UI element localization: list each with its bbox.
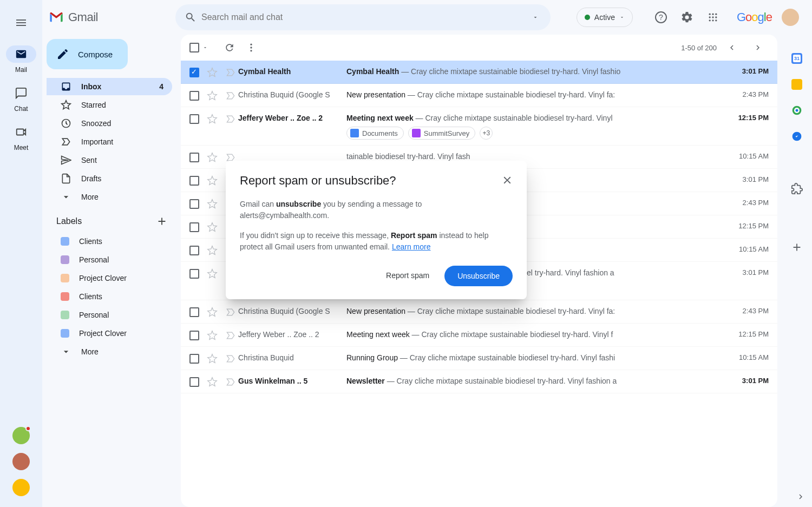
email-row[interactable]: Jeffery Weber .. Zoe .. 2 Meeting next w…	[181, 107, 777, 146]
star-button[interactable]	[207, 307, 218, 318]
search-options-icon[interactable]	[532, 14, 539, 21]
search-input[interactable]	[201, 12, 525, 22]
important-marker[interactable]	[225, 353, 236, 364]
learn-more-link[interactable]: Learn more	[392, 242, 431, 251]
star-button[interactable]	[207, 222, 218, 233]
add-label-button[interactable]	[156, 215, 168, 227]
row-checkbox[interactable]	[189, 68, 199, 77]
important-marker[interactable]	[225, 330, 236, 341]
more-chips[interactable]: +3	[480, 127, 493, 140]
get-addons-button[interactable]	[791, 183, 803, 195]
row-checkbox[interactable]	[189, 91, 199, 101]
row-checkbox[interactable]	[189, 222, 199, 232]
report-spam-button[interactable]: Report spam	[377, 266, 438, 285]
row-checkbox[interactable]	[189, 176, 199, 186]
label-item[interactable]: Personal	[47, 251, 181, 268]
star-button[interactable]	[207, 330, 218, 341]
important-marker[interactable]	[225, 114, 236, 124]
nav-inbox[interactable]: Inbox 4	[47, 78, 172, 95]
dialog-line2: If you didn't sign up to receive this me…	[240, 230, 513, 253]
chip-icon	[412, 129, 421, 137]
star-button[interactable]	[207, 152, 218, 163]
row-checkbox[interactable]	[189, 377, 199, 387]
refresh-button[interactable]	[219, 37, 240, 58]
label-item[interactable]: Clients	[47, 288, 181, 305]
tasks-addon[interactable]	[791, 105, 802, 116]
mail-icon	[15, 48, 27, 60]
search-bar[interactable]	[175, 4, 551, 30]
email-row[interactable]: Christina Buquid (Google S New presentat…	[181, 84, 777, 107]
contacts-addon[interactable]	[791, 131, 802, 142]
row-checkbox[interactable]	[189, 269, 199, 279]
star-button[interactable]	[207, 245, 218, 256]
row-checkbox[interactable]	[189, 331, 199, 340]
more-actions-button[interactable]	[240, 37, 262, 58]
avatar-1[interactable]	[12, 427, 30, 444]
important-marker[interactable]	[225, 377, 236, 387]
select-all-checkbox[interactable]	[189, 43, 199, 52]
star-button[interactable]	[207, 268, 218, 279]
star-button[interactable]	[207, 175, 218, 186]
row-checkbox[interactable]	[189, 199, 199, 209]
inbox-icon	[61, 81, 71, 92]
chevron-down-icon	[619, 15, 625, 20]
rail-chat[interactable]: Chat	[0, 84, 42, 113]
compose-button[interactable]: Compose	[47, 39, 128, 69]
row-checkbox[interactable]	[189, 246, 199, 255]
label-item[interactable]: Personal	[47, 306, 181, 324]
apps-button[interactable]	[702, 6, 724, 28]
attachment-chip[interactable]: SummitSurvey	[408, 127, 476, 140]
nav-more[interactable]: More	[47, 188, 172, 206]
rail-mail[interactable]: Mail	[0, 45, 42, 74]
label-item[interactable]: Project Clover	[47, 269, 181, 287]
email-sender: Christina Buquid (Google S	[238, 300, 346, 315]
status-chip[interactable]: Active	[577, 8, 633, 27]
dialog-close-button[interactable]	[496, 169, 518, 191]
label-item[interactable]: Clients	[47, 233, 181, 250]
next-page-button[interactable]	[747, 37, 769, 58]
email-row[interactable]: Gus Winkelman .. 5 Newsletter — Cray cli…	[181, 370, 777, 393]
row-checkbox[interactable]	[189, 153, 199, 162]
unsubscribe-button[interactable]: Unsubscribe	[444, 266, 513, 286]
star-button[interactable]	[207, 67, 218, 78]
rail-meet[interactable]: Meet	[0, 123, 42, 152]
email-row[interactable]: Jeffery Weber .. Zoe .. 2 Meeting next w…	[181, 324, 777, 347]
select-dropdown-icon[interactable]	[202, 45, 208, 50]
profile-avatar[interactable]	[782, 9, 799, 26]
prev-page-button[interactable]	[721, 37, 743, 58]
label-item[interactable]: Project Clover	[47, 325, 181, 342]
keep-addon[interactable]	[791, 79, 802, 90]
star-button[interactable]	[207, 114, 218, 124]
nav-drafts[interactable]: Drafts	[47, 170, 172, 187]
row-checkbox[interactable]	[189, 114, 199, 124]
sidepanel-toggle[interactable]	[796, 492, 806, 502]
email-subject: Newsletter — Cray cliche mixtape sustain…	[346, 377, 725, 385]
settings-button[interactable]	[676, 6, 698, 28]
star-button[interactable]	[207, 199, 218, 209]
important-marker[interactable]	[225, 67, 236, 78]
main-menu-button[interactable]	[8, 10, 34, 36]
avatar-2[interactable]	[12, 453, 30, 470]
nav-snoozed[interactable]: Snoozed	[47, 115, 172, 132]
email-row[interactable]: Christina Buquid Running Group — Cray cl…	[181, 347, 777, 370]
calendar-addon[interactable]: 31	[791, 53, 802, 64]
star-button[interactable]	[207, 353, 218, 364]
nav-important[interactable]: Important	[47, 133, 172, 150]
row-checkbox[interactable]	[189, 307, 199, 317]
important-marker[interactable]	[225, 90, 236, 101]
nav-sent[interactable]: Sent	[47, 152, 172, 169]
email-row[interactable]: Christina Buquid (Google S New presentat…	[181, 300, 777, 324]
gmail-logo-icon	[49, 10, 64, 25]
important-marker[interactable]	[225, 307, 236, 318]
avatar-3[interactable]	[12, 479, 30, 496]
help-button[interactable]: ?	[650, 6, 672, 28]
email-row[interactable]: Cymbal Health Cymbal Health — Cray clich…	[181, 61, 777, 84]
attachment-chip[interactable]: Documents	[346, 127, 404, 140]
row-checkbox[interactable]	[189, 354, 199, 364]
labels-more[interactable]: More	[47, 343, 172, 360]
add-addon-button[interactable]	[791, 241, 803, 253]
nav-starred[interactable]: Starred	[47, 96, 172, 114]
star-button[interactable]	[207, 377, 218, 387]
chevron-right-icon	[796, 492, 806, 502]
star-button[interactable]	[207, 90, 218, 101]
